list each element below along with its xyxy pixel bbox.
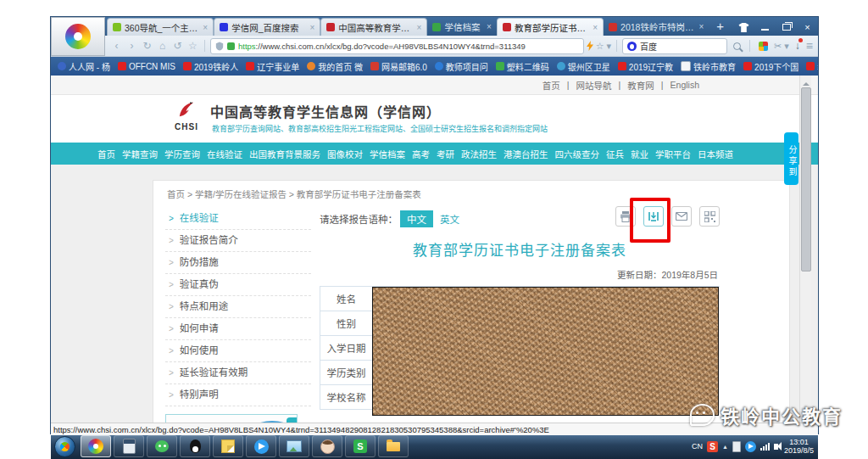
bookmark-item[interactable]: 教师项目问 xyxy=(435,60,488,73)
bookmark-item[interactable]: 2019辽宁教 xyxy=(618,60,673,73)
share-ribbon[interactable]: 分享到 xyxy=(784,132,798,185)
nav-item-kaoyan[interactable]: 考研 xyxy=(437,148,454,160)
taskbar-user-app[interactable] xyxy=(312,435,342,457)
sidebar-item-how-apply[interactable]: >如何申请 xyxy=(165,318,311,340)
tab-close-icon[interactable]: × xyxy=(487,22,492,31)
nav-item-xuezhi[interactable]: 学职平台 xyxy=(655,148,691,160)
tab-close-icon[interactable]: × xyxy=(309,23,314,32)
browser-360-menu-button[interactable] xyxy=(51,17,105,56)
sidebar-item-statement[interactable]: >特别声明 xyxy=(165,384,311,406)
nav-item-home[interactable]: 首页 xyxy=(97,148,115,160)
back-button[interactable]: ‹ xyxy=(110,40,123,52)
screenshot-scissors-icon[interactable]: ✂ xyxy=(774,41,782,52)
taskbar-360-browser[interactable] xyxy=(81,435,111,457)
network-signal-icon[interactable] xyxy=(760,443,770,451)
bookmark-item[interactable]: OFFCN MIS xyxy=(118,62,175,71)
lang-english-button[interactable]: 英文 xyxy=(440,212,459,226)
bookmark-item[interactable]: 辽宁事业单 xyxy=(246,60,299,73)
scissors-dropdown-icon[interactable]: ▾ xyxy=(784,41,789,52)
menu-hamburger-icon[interactable]: ≡ xyxy=(806,39,813,53)
input-language-indicator[interactable]: CN xyxy=(692,442,703,451)
bookmark-item[interactable]: 2019铁岭人 xyxy=(183,60,238,73)
taskbar-sticky-notes[interactable] xyxy=(213,435,243,457)
taskbar-wechat[interactable] xyxy=(147,435,177,457)
tab-360-home[interactable]: 360导航_一个主页， × xyxy=(107,18,214,36)
taskbar-explorer[interactable] xyxy=(378,435,409,457)
sidebar-item-features[interactable]: >特点和用途 xyxy=(165,296,311,318)
skin-theme-button[interactable] xyxy=(733,19,754,36)
taskbar-clock[interactable]: 13:01 2019/8/5 xyxy=(784,438,814,455)
top-link-english[interactable]: English xyxy=(670,80,699,90)
url-field[interactable]: https://www.chsi.com.cn/xlcx/bg.do?vcode… xyxy=(210,38,584,54)
volume-icon[interactable] xyxy=(774,444,778,450)
restore-tab-button[interactable]: ↺ xyxy=(171,40,184,52)
tab-chsi-site[interactable]: 中国高等教育学生信息 × xyxy=(320,18,427,36)
scrollbar[interactable] xyxy=(799,76,811,423)
start-button[interactable] xyxy=(54,436,75,457)
chsi-logo[interactable]: CHSI xyxy=(168,101,205,133)
taskbar-s-app[interactable]: S xyxy=(345,435,376,457)
forward-button[interactable]: › xyxy=(125,40,138,52)
nav-item-gangaotai[interactable]: 港澳台招生 xyxy=(504,148,548,160)
restore-button[interactable] xyxy=(776,19,797,36)
favorites-button[interactable]: ☆ xyxy=(186,40,199,52)
nav-item-jiuye[interactable]: 就业 xyxy=(631,148,648,160)
home-button[interactable]: ⌂ xyxy=(156,40,169,52)
refresh-button[interactable]: ↻ xyxy=(141,40,153,52)
minimize-button[interactable] xyxy=(754,19,776,36)
tab-close-icon[interactable]: × xyxy=(593,23,598,32)
lang-chinese-button[interactable]: 中文 xyxy=(400,210,433,227)
scroll-up-icon[interactable] xyxy=(803,79,810,86)
nav-item-online-verify[interactable]: 在线验证 xyxy=(207,148,242,160)
sidebar-item-extend-validity[interactable]: >延长验证有效期 xyxy=(165,362,311,384)
bookmark-item[interactable]: 铁岭市教育 xyxy=(681,60,736,73)
close-button[interactable]: × xyxy=(797,19,818,36)
sidebar-item-anti-fake[interactable]: >防伪措施 xyxy=(165,252,311,274)
messenger-tray-icon[interactable] xyxy=(745,441,756,452)
apps-grid-icon[interactable] xyxy=(759,42,768,51)
top-link-home[interactable]: 首页 xyxy=(542,79,560,92)
bookmark-item[interactable]: 教育知 xyxy=(806,60,818,73)
new-tab-button[interactable]: + xyxy=(709,18,732,35)
scrollbar-thumb[interactable] xyxy=(801,87,811,271)
top-link-sitemap[interactable]: 网站导航 xyxy=(576,79,612,92)
taskbar-photo-viewer[interactable] xyxy=(279,435,309,457)
bookmark-item[interactable]: 2019下个国 xyxy=(743,60,798,73)
nav-item-xueli-query[interactable]: 学历查询 xyxy=(164,148,200,160)
bookmark-item[interactable]: 网易邮箱6.0 xyxy=(370,60,427,73)
tab-xuexin-archive[interactable]: 学信档案 × xyxy=(427,18,497,36)
taskbar-calculator[interactable] xyxy=(114,435,144,457)
flash-accelerate-icon[interactable] xyxy=(587,41,593,51)
qr-code-button[interactable] xyxy=(699,206,720,227)
sogou-tray-icon[interactable]: S xyxy=(707,441,718,452)
top-link-edu-net[interactable]: 教育网 xyxy=(627,79,654,92)
sidebar-item-verify-truth[interactable]: >验证真伪 xyxy=(165,274,311,296)
nav-item-zhengfa[interactable]: 政法招生 xyxy=(461,148,497,160)
sidebar-item-how-use[interactable]: >如何使用 xyxy=(165,340,311,362)
nav-item-xueji-query[interactable]: 学籍查询 xyxy=(122,148,158,160)
sidebar-banner-ad[interactable]: 学信网 xyxy=(165,414,298,423)
tab-close-icon[interactable]: × xyxy=(698,22,704,31)
bookmark-item[interactable]: 我的首页 微 xyxy=(307,60,363,73)
tab-tegang-teacher[interactable]: 2018铁岭市特岗教师 × xyxy=(604,18,709,36)
tab-report-active[interactable]: 教育部学历证书电子注 × xyxy=(497,18,604,36)
email-button[interactable] xyxy=(671,206,692,227)
taskbar-messenger[interactable] xyxy=(246,435,276,457)
downloads-icon[interactable]: ↓ xyxy=(795,40,800,52)
bookmark-page-icon[interactable]: ☆ xyxy=(596,41,604,52)
nav-item-abroad-service[interactable]: 出国教育背景服务 xyxy=(249,148,320,160)
taskbar-qq[interactable] xyxy=(180,435,210,457)
nav-item-gaokao[interactable]: 高考 xyxy=(412,148,430,160)
search-box[interactable]: 百度 xyxy=(622,38,727,54)
bookmark-item[interactable]: 塑料二维码 xyxy=(496,60,549,73)
tab-baidu-search[interactable]: 学信网_百度搜索 × xyxy=(214,18,320,36)
bookmark-item[interactable]: 人人网 - 杨 xyxy=(58,60,110,73)
sidebar-item-online-verify[interactable]: >在线验证 xyxy=(165,208,311,230)
nav-item-image-check[interactable]: 图像校对 xyxy=(327,148,363,160)
tab-close-icon[interactable]: × xyxy=(203,23,208,32)
nav-item-zhengbing[interactable]: 征兵 xyxy=(606,148,624,160)
show-hidden-icons[interactable]: ▲ xyxy=(722,444,728,450)
tab-close-icon[interactable]: × xyxy=(417,23,422,32)
clipboard-tray-icon[interactable] xyxy=(732,441,741,452)
nav-item-japan[interactable]: 日本频道 xyxy=(698,148,733,160)
